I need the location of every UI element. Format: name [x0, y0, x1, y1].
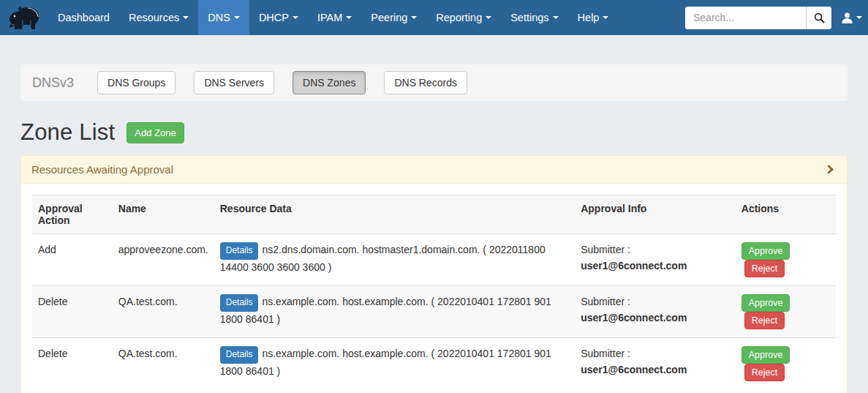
subnav-tab-label: DNS Zones [303, 77, 355, 89]
header-name: Name [113, 195, 214, 234]
cell-approval-info: Submitter : user1@6connect.com [575, 286, 736, 338]
approval-table: Approval Action Name Resource Data Appro… [32, 195, 836, 389]
nav-item[interactable]: Dashboard [48, 0, 119, 35]
approve-button[interactable]: Approve [741, 294, 790, 312]
nav-item[interactable]: Help [568, 0, 619, 35]
search-box [685, 7, 831, 29]
approval-panel-header[interactable]: Resources Awaiting Approval [21, 156, 847, 184]
search-icon [814, 12, 825, 23]
header-resource-data: Resource Data [214, 195, 575, 234]
cell-resource-data: Detailsns.example.com. host.example.com.… [214, 286, 575, 338]
submitter-label: Submitter : [581, 244, 630, 255]
nav-item-label: DNS [208, 12, 230, 23]
dnsv3-label: DNSv3 [32, 75, 74, 91]
cell-resource-data: Detailsns2.dns.domain.com. hostmaster1.d… [214, 234, 575, 286]
submitter-label: Submitter : [581, 296, 630, 307]
top-navbar: Dashboard Resources DNS DHCP IPAM Peerin… [0, 0, 868, 35]
submitter-label: Submitter : [581, 348, 630, 359]
details-button[interactable]: Details [220, 242, 259, 260]
table-row: Delete QA.test.com. Detailsns.example.co… [32, 286, 836, 338]
reject-button[interactable]: Reject [744, 312, 785, 329]
nav-item[interactable]: DHCP [249, 0, 308, 35]
page-title: Zone List [20, 119, 115, 146]
cell-approval-action: Delete [32, 286, 113, 338]
cell-name: QA.test.com. [113, 338, 214, 390]
submitter-email: user1@6connect.com [581, 362, 730, 378]
nav-item[interactable]: Settings [501, 0, 567, 35]
header-approval-action: Approval Action [32, 195, 113, 234]
nav-item[interactable]: DNS [198, 0, 249, 35]
dnsv3-toolbar: DNSv3 DNS Groups DNS Servers DNS Zones D… [20, 64, 848, 101]
nav-item-label: IPAM [317, 12, 342, 23]
caret-down-icon [856, 16, 862, 19]
approval-panel-body: Approval Action Name Resource Data Appro… [21, 184, 847, 393]
table-row: Add approveezone.com. Detailsns2.dns.dom… [32, 234, 836, 286]
subnav-tab[interactable]: DNS Servers [194, 71, 274, 94]
nav-item[interactable]: Reporting [426, 0, 501, 35]
cell-actions: ApproveReject [736, 234, 836, 286]
approval-panel: Resources Awaiting Approval Approval Act… [20, 155, 848, 393]
caret-down-icon [293, 16, 298, 19]
cell-approval-info: Submitter : user1@6connect.com [575, 234, 736, 286]
cell-resource-data: Detailsns.example.com. host.example.com.… [214, 338, 575, 390]
subnav-tab-label: DNS Servers [204, 77, 264, 89]
caret-down-icon [183, 16, 189, 19]
nav-item-label: DHCP [259, 12, 289, 23]
approve-button[interactable]: Approve [741, 242, 790, 260]
nav-item-label: Peering [371, 12, 407, 23]
cell-name: approveezone.com. [113, 234, 214, 286]
submitter-email: user1@6connect.com [581, 310, 730, 326]
navbar-right [685, 0, 868, 35]
header-approval-info: Approval Info [575, 195, 736, 234]
cell-approval-action: Delete [32, 338, 113, 390]
user-menu[interactable] [841, 12, 862, 24]
table-body: Add approveezone.com. Detailsns2.dns.dom… [32, 234, 836, 390]
resource-data-text: ns.example.com. host.example.com. ( 2022… [220, 296, 551, 325]
caret-down-icon [346, 16, 352, 19]
details-button[interactable]: Details [220, 346, 259, 364]
nav-item-label: Resources [129, 12, 179, 23]
resource-data-text: ns2.dns.domain.com. hostmaster1.domain.c… [220, 244, 546, 273]
search-input[interactable] [685, 7, 806, 29]
cell-approval-info: Submitter : user1@6connect.com [575, 338, 736, 390]
reject-button[interactable]: Reject [744, 364, 785, 381]
caret-down-icon [486, 16, 491, 19]
cell-actions: ApproveReject [736, 286, 836, 338]
caret-down-icon [603, 16, 608, 19]
nav-item-label: Dashboard [58, 12, 110, 23]
subnav-tabs: DNS Groups DNS Servers DNS Zones DNS Rec… [97, 71, 486, 94]
subnav-tab[interactable]: DNS Records [384, 71, 467, 94]
nav-item[interactable]: IPAM [308, 0, 361, 35]
page-header: Zone List Add Zone [20, 119, 848, 146]
table-row: Delete QA.test.com. Detailsns.example.co… [32, 338, 836, 390]
subnav-tab-label: DNS Groups [107, 77, 165, 89]
submitter-email: user1@6connect.com [581, 258, 730, 274]
nav-item-label: Settings [510, 12, 548, 23]
search-button[interactable] [806, 7, 831, 29]
nav-list: Dashboard Resources DNS DHCP IPAM Peerin… [48, 0, 618, 35]
brand-logo[interactable] [0, 0, 48, 35]
subnav-tab[interactable]: DNS Zones [293, 71, 366, 94]
cell-approval-action: Add [32, 234, 113, 286]
main-content: Zone List Add Zone Resources Awaiting Ap… [20, 119, 848, 393]
nav-item[interactable]: Peering [361, 0, 426, 35]
rhino-logo-icon [8, 5, 40, 30]
nav-item[interactable]: Resources [119, 0, 198, 35]
resource-data-text: ns.example.com. host.example.com. ( 2022… [220, 348, 551, 377]
add-zone-button[interactable]: Add Zone [127, 122, 184, 143]
nav-item-label: Help [578, 12, 600, 23]
cell-actions: ApproveReject [736, 338, 836, 390]
reject-button[interactable]: Reject [744, 260, 785, 277]
caret-down-icon [411, 16, 417, 19]
header-actions: Actions [736, 195, 836, 234]
cell-name: QA.test.com. [113, 286, 214, 338]
subnav-tab[interactable]: DNS Groups [97, 71, 176, 94]
caret-down-icon [234, 16, 240, 19]
user-icon [841, 12, 853, 24]
subnav-tab-label: DNS Records [394, 77, 457, 89]
caret-down-icon [553, 16, 559, 19]
details-button[interactable]: Details [220, 294, 259, 312]
approve-button[interactable]: Approve [741, 346, 790, 364]
chevron-right-icon[interactable] [824, 165, 834, 174]
nav-item-label: Reporting [436, 12, 482, 23]
